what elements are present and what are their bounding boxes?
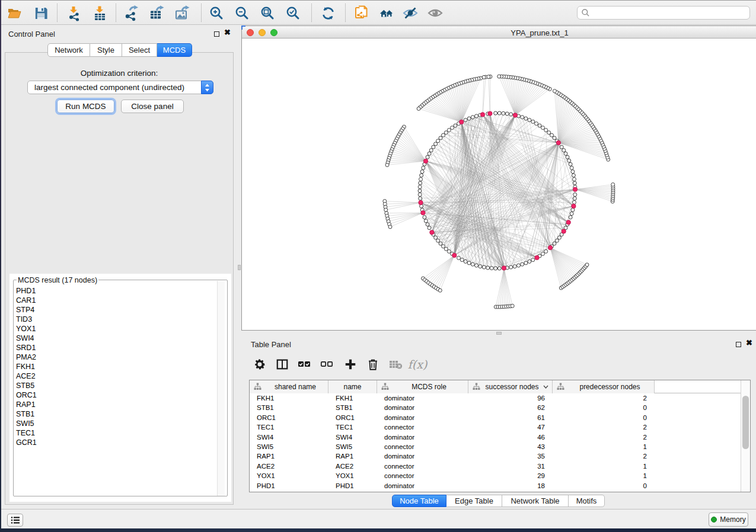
column-header-successor-nodes[interactable]: successor nodes [468, 380, 553, 393]
close-panel-button[interactable]: Close panel [121, 100, 184, 113]
network-node[interactable] [538, 124, 541, 127]
network-node[interactable] [464, 118, 467, 122]
network-node[interactable] [541, 252, 545, 255]
network-hub-node[interactable] [423, 159, 428, 163]
network-node[interactable] [505, 112, 509, 116]
table-row-SWI5[interactable]: SWI5SWI5connector431 [250, 442, 750, 451]
network-hub-node[interactable] [452, 253, 457, 257]
unselect-all-columns-icon[interactable] [319, 357, 334, 372]
network-node[interactable] [417, 107, 420, 110]
network-node[interactable] [521, 262, 524, 266]
mcds-result-item[interactable]: SRD1 [14, 343, 218, 352]
network-node[interactable] [447, 129, 451, 132]
select-all-columns-icon[interactable] [296, 357, 312, 372]
network-node[interactable] [429, 149, 433, 152]
network-node[interactable] [439, 242, 442, 245]
mcds-result-item[interactable]: STB5 [14, 381, 218, 390]
network-node[interactable] [460, 258, 464, 262]
network-node[interactable] [573, 181, 576, 185]
network-node[interactable] [497, 111, 501, 115]
export-table-icon[interactable] [148, 5, 165, 21]
network-node[interactable] [572, 174, 575, 177]
export-image-icon[interactable] [174, 5, 190, 21]
network-node[interactable] [438, 289, 442, 292]
network-node[interactable] [482, 265, 486, 269]
mcds-result-item[interactable]: PHD1 [14, 286, 218, 296]
network-node[interactable] [420, 170, 424, 174]
network-node[interactable] [436, 239, 440, 242]
network-node[interactable] [509, 113, 513, 116]
table-row-RAP1[interactable]: RAP1RAP1dominator352 [250, 451, 750, 461]
minimize-window-icon[interactable] [259, 29, 266, 36]
mcds-result-item[interactable]: GCR1 [14, 438, 218, 447]
mcds-result-item[interactable]: ACE2 [14, 371, 218, 381]
mcds-result-list[interactable]: PHD1CAR1STP4TID3YOX1SWI4SRD1PMA2FKH1ACE2… [14, 286, 218, 447]
network-node[interactable] [442, 133, 445, 137]
network-node[interactable] [569, 162, 572, 166]
network-node[interactable] [434, 236, 438, 239]
network-node[interactable] [544, 129, 548, 132]
network-node[interactable] [524, 261, 528, 265]
mcds-result-item[interactable]: PMA2 [14, 352, 218, 362]
network-node[interactable] [424, 219, 428, 223]
network-node[interactable] [432, 145, 435, 149]
network-node[interactable] [497, 267, 501, 270]
network-node[interactable] [428, 152, 431, 155]
network-hub-node[interactable] [419, 200, 423, 204]
network-node[interactable] [560, 145, 563, 149]
network-hub-node[interactable] [480, 113, 484, 117]
network-node[interactable] [487, 75, 490, 79]
network-node[interactable] [531, 258, 535, 262]
network-node[interactable] [457, 256, 461, 259]
delete-table-icon[interactable] [388, 357, 403, 372]
zoom-in-icon[interactable] [208, 5, 225, 21]
hide-panel-eye-icon[interactable] [402, 5, 419, 21]
network-node[interactable] [521, 116, 524, 119]
network-hub-node[interactable] [488, 111, 492, 116]
run-mcds-button[interactable]: Run MCDS [57, 100, 114, 113]
duplicate-network-icon[interactable] [353, 5, 370, 21]
network-node[interactable] [447, 249, 451, 253]
mcds-result-item[interactable]: YOX1 [14, 324, 218, 334]
network-node[interactable] [557, 236, 561, 239]
table-row-STB1[interactable]: STB1STB1dominator620 [250, 403, 750, 412]
network-node[interactable] [513, 265, 516, 268]
mcds-result-item[interactable]: STB1 [14, 409, 218, 419]
splitter-grip[interactable] [238, 265, 241, 270]
mcds-result-item[interactable]: SWI4 [14, 334, 218, 343]
network-node[interactable] [531, 120, 535, 123]
network-node[interactable] [439, 136, 442, 140]
table-row-FKH1[interactable]: FKH1FKH1dominator962 [250, 393, 750, 403]
mcds-result-item[interactable]: TEC1 [14, 428, 218, 438]
close-icon[interactable]: ✖ [224, 28, 231, 37]
network-hub-node[interactable] [502, 266, 506, 270]
network-hub-node[interactable] [573, 187, 577, 191]
show-panel-eye-icon[interactable] [427, 5, 444, 21]
network-node[interactable] [573, 197, 576, 200]
network-node[interactable] [420, 174, 423, 177]
column-header-shared-name[interactable]: shared name [250, 380, 328, 393]
search-input[interactable] [590, 9, 749, 17]
network-node[interactable] [418, 185, 422, 189]
function-builder-icon[interactable]: f(x) [410, 357, 425, 372]
network-node[interactable] [567, 159, 571, 162]
network-node[interactable] [451, 126, 454, 130]
network-node[interactable] [541, 126, 545, 130]
table-row-PHD1[interactable]: PHD1PHD1dominator180 [250, 481, 750, 491]
mcds-result-item[interactable]: STP4 [14, 305, 218, 315]
network-node[interactable] [444, 131, 448, 134]
float-window-icon[interactable] [736, 342, 741, 347]
network-node[interactable] [464, 259, 467, 263]
table-row-YOX1[interactable]: YOX1YOX1connector291 [250, 471, 750, 480]
mcds-result-item[interactable]: FKH1 [14, 362, 218, 371]
mcds-result-item[interactable]: TID3 [14, 315, 218, 324]
network-hub-node[interactable] [556, 140, 560, 145]
search-field[interactable] [577, 6, 750, 20]
create-column-icon[interactable] [343, 357, 358, 372]
network-node[interactable] [434, 142, 438, 146]
network-node[interactable] [528, 259, 531, 263]
table-settings-gear-icon[interactable] [252, 357, 267, 372]
delete-column-trash-icon[interactable] [365, 357, 381, 372]
network-hub-node[interactable] [513, 113, 517, 117]
network-node[interactable] [419, 181, 422, 185]
